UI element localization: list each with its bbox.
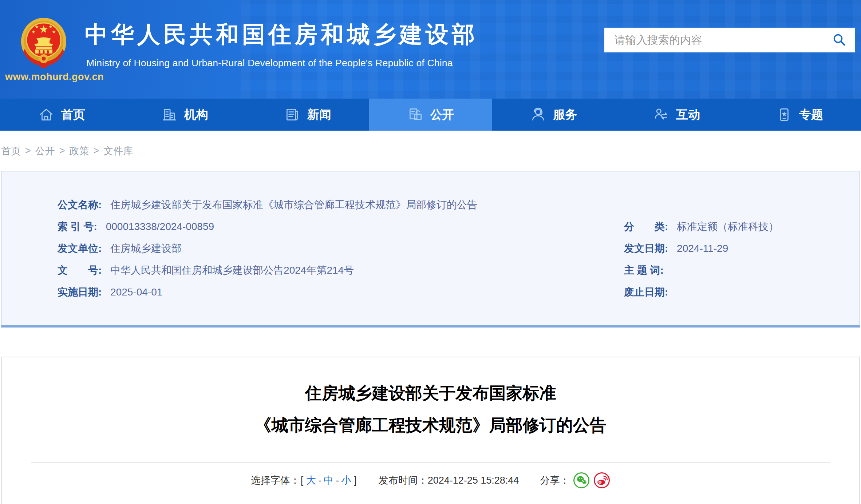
tablet-star-icon [776,106,793,123]
nav-tab-topics[interactable]: 专题 [738,99,861,131]
weibo-share-icon[interactable] [593,472,610,489]
doc-name-row: 公文名称: 住房城乡建设部关于发布国家标准《城市综合管廊工程技术规范》局部修订的… [1,194,860,216]
font-size-dash: - [318,472,321,489]
building-icon [161,106,178,123]
doc-effective-date-label: 实施日期: [58,286,102,298]
doc-number-value: 中华人民共和国住房和城乡建设部公告2024年第214号 [110,265,354,276]
doc-category-label: 分 类: [624,221,668,232]
doc-issuer-label: 发文单位: [58,243,102,254]
font-size-medium-link[interactable]: 中 [324,472,333,489]
nav-label: 互动 [676,107,700,123]
document-info-panel: 公文名称: 住房城乡建设部关于发布国家标准《城市综合管廊工程技术规范》局部修订的… [1,171,860,328]
font-size-small-link[interactable]: 小 [341,472,351,489]
breadcrumb: 首页 > 公开 > 政策 > 文件库 [0,131,861,171]
main-nav: 首页 机构 新闻 公开 [0,99,861,131]
font-size-large-link[interactable]: 大 [306,472,316,489]
article-title-line2: 《城市综合管廊工程技术规范》局部修订的公告 [2,409,859,441]
document-lock-icon [407,106,424,123]
breadcrumb-disclosure[interactable]: 公开 [35,144,55,158]
doc-repeal-date-row: 废止日期: [624,281,779,303]
article-title-line1: 住房城乡建设部关于发布国家标准 [2,377,859,409]
doc-issue-date-value: 2024-11-29 [677,243,728,254]
doc-name-label: 公文名称: [58,199,102,210]
customer-service-icon [530,106,546,123]
nav-tab-interaction[interactable]: 互动 [615,99,738,131]
site-url: www.mohurd.gov.cn [5,71,85,83]
doc-number-label: 文 号: [58,265,102,276]
nav-tab-services[interactable]: 服务 [492,99,615,131]
nav-label: 机构 [184,107,208,123]
search-icon [832,33,847,47]
doc-name-value: 住房城乡建设部关于发布国家标准《城市综合管廊工程技术规范》局部修订的公告 [110,199,477,210]
search-button[interactable] [832,33,847,47]
doc-subject-label: 主 题 词: [624,265,664,276]
nav-label: 服务 [553,107,577,123]
bracket-open: [ [301,472,304,489]
article-title: 住房城乡建设部关于发布国家标准 《城市综合管廊工程技术规范》局部修订的公告 [2,377,859,441]
nav-label: 首页 [61,107,85,123]
breadcrumb-home[interactable]: 首页 [1,144,21,158]
breadcrumb-policy[interactable]: 政策 [70,144,89,158]
font-size-label: 选择字体： [251,472,300,489]
article-meta-row: 选择字体： [ 大 - 中 - 小 ] 发布时间： 2024-12-25 15:… [2,472,859,489]
doc-repeal-date-label: 废止日期: [624,286,668,298]
nav-label: 新闻 [307,107,331,123]
title-divider [31,462,830,463]
publish-time-label: 发布时间： [379,472,428,489]
breadcrumb-separator: > [59,145,65,156]
nav-label: 公开 [430,107,454,123]
doc-category-row: 分 类: 标准定额（标准科技） [624,216,779,238]
national-emblem-icon [20,17,67,69]
bracket-close: ] [354,472,357,489]
doc-index-label: 索 引 号: [58,221,97,232]
doc-issuer-value: 住房城乡建设部 [110,243,182,254]
doc-issue-date-label: 发文日期: [624,243,668,254]
nav-tab-home[interactable]: 首页 [0,99,123,131]
share-label: 分享： [540,472,569,489]
search-input[interactable] [615,34,832,46]
doc-issue-date-row: 发文日期: 2024-11-29 [624,238,779,259]
font-size-dash: - [336,472,339,489]
doc-subject-row: 主 题 词: [624,259,779,281]
nav-tab-news[interactable]: 新闻 [246,99,369,131]
site-header: www.mohurd.gov.cn 中华人民共和国住房和城乡建设部 Minist… [0,0,861,99]
doc-effective-date-value: 2025-04-01 [110,286,162,298]
breadcrumb-separator: > [25,145,31,156]
article-panel: 住房城乡建设部关于发布国家标准 《城市综合管廊工程技术规范》局部修订的公告 选择… [1,357,860,504]
share-group: 分享： [540,472,610,489]
search-bar [604,28,855,52]
site-title: 中华人民共和国住房和城乡建设部 [85,19,478,50]
newspaper-icon [284,106,301,123]
person-arrows-icon [653,106,670,123]
doc-category-value: 标准定额（标准科技） [677,221,779,232]
breadcrumb-separator: > [94,145,99,156]
nav-tab-organization[interactable]: 机构 [123,99,246,131]
publish-time-value: 2024-12-25 15:28:44 [428,472,519,489]
nav-label: 专题 [799,107,823,123]
publish-time: 发布时间： 2024-12-25 15:28:44 [379,472,519,489]
breadcrumb-document-library[interactable]: 文件库 [103,144,133,158]
doc-info-right-column: 分 类: 标准定额（标准科技） 发文日期: 2024-11-29 主 题 词: … [624,216,779,303]
nav-tab-disclosure[interactable]: 公开 [369,99,492,131]
site-title-english: Ministry of Housing and Urban-Rural Deve… [86,57,453,69]
font-size-selector: 选择字体： [ 大 - 中 - 小 ] [251,472,358,489]
home-icon [38,106,55,123]
wechat-share-icon[interactable] [573,472,590,489]
doc-index-value: 000013338/2024-00859 [106,221,214,232]
